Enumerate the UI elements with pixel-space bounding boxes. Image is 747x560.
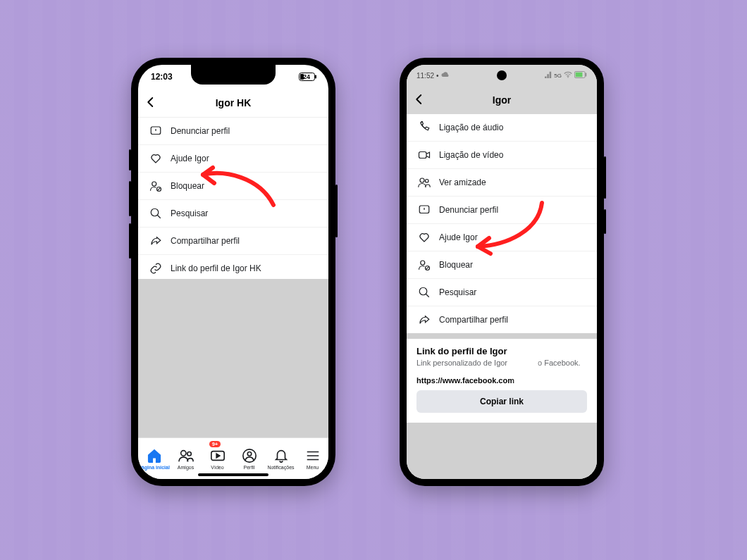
profile-menu-ios: Denunciar perfil Ajude Igor Bloquear Pes… bbox=[138, 118, 328, 282]
block-user-icon bbox=[149, 180, 162, 192]
menu-item-label: Ajude Igor bbox=[439, 232, 478, 242]
menu-item-share[interactable]: Compartilhar perfil bbox=[407, 306, 597, 333]
menu-item-video-call[interactable]: Ligação de vídeo bbox=[407, 142, 597, 169]
header-bar-ios: Igor HK bbox=[138, 89, 328, 118]
svg-point-8 bbox=[180, 450, 185, 455]
svg-point-21 bbox=[421, 261, 425, 265]
svg-point-12 bbox=[247, 452, 252, 456]
back-button[interactable] bbox=[138, 96, 163, 111]
wifi-icon bbox=[564, 71, 572, 80]
menu-item-search[interactable]: Pesquisar bbox=[407, 279, 597, 306]
menu-item-report[interactable]: Denunciar perfil bbox=[407, 197, 597, 224]
link-section-subtitle: Link personalizado de Igor o Facebook. bbox=[416, 358, 587, 368]
cloud-icon bbox=[441, 71, 450, 80]
status-time: 12:03 bbox=[151, 72, 173, 82]
menu-item-audio-call[interactable]: Ligação de áudio bbox=[407, 114, 597, 142]
copy-link-label: Copiar link bbox=[480, 397, 524, 406]
signal-icon bbox=[545, 71, 552, 80]
profile-icon bbox=[242, 448, 257, 463]
tab-label: Menu bbox=[307, 465, 319, 470]
screen-android: 11:52 • 5G Igor Ligação de áudio bbox=[407, 65, 597, 479]
video-icon bbox=[210, 448, 226, 463]
heart-icon bbox=[149, 152, 162, 165]
tab-friends[interactable]: Amigos bbox=[170, 438, 202, 479]
svg-point-5 bbox=[152, 182, 156, 186]
battery-icon: 24 bbox=[299, 73, 316, 81]
copy-link-button[interactable]: Copiar link bbox=[416, 390, 587, 413]
svg-point-9 bbox=[187, 452, 191, 456]
home-indicator bbox=[198, 473, 268, 476]
profile-menu-android: Ligação de áudio Ligação de vídeo Ver am… bbox=[407, 114, 597, 333]
tab-menu[interactable]: Menu bbox=[297, 438, 328, 479]
menu-item-help[interactable]: Ajude Igor bbox=[407, 224, 597, 251]
redacted-text bbox=[510, 360, 538, 367]
page-title: Igor bbox=[407, 94, 597, 106]
menu-item-block[interactable]: Bloquear bbox=[407, 251, 597, 279]
block-user-icon bbox=[418, 259, 431, 271]
status-dot-icon: • bbox=[436, 72, 439, 80]
back-button[interactable] bbox=[407, 93, 432, 108]
menu-item-label: Compartilhar perfil bbox=[439, 315, 508, 325]
menu-item-label: Ligação de áudio bbox=[439, 123, 503, 132]
svg-rect-17 bbox=[419, 152, 427, 158]
tab-label: Perfil bbox=[244, 465, 255, 470]
link-icon bbox=[149, 262, 162, 275]
badge: 9+ bbox=[209, 441, 221, 447]
profile-link-section: Link do perfil de Igor Link personalizad… bbox=[407, 339, 597, 423]
svg-point-19 bbox=[426, 180, 429, 183]
tab-label: Amigos bbox=[178, 465, 194, 470]
menu-item-friendship[interactable]: Ver amizade bbox=[407, 169, 597, 197]
tab-label: Vídeo bbox=[211, 465, 223, 470]
menu-item-label: Link do perfil de Igor HK bbox=[171, 263, 261, 273]
phone-icon bbox=[418, 121, 431, 134]
profile-url: https://www.facebook.com bbox=[416, 376, 587, 385]
svg-point-23 bbox=[419, 287, 427, 295]
menu-item-label: Bloquear bbox=[439, 260, 473, 270]
menu-item-search[interactable]: Pesquisar bbox=[138, 200, 328, 228]
menu-item-label: Pesquisar bbox=[171, 209, 208, 218]
menu-item-report[interactable]: Denunciar perfil bbox=[138, 118, 328, 145]
report-icon bbox=[149, 125, 162, 137]
report-icon bbox=[418, 204, 431, 216]
share-icon bbox=[149, 235, 162, 247]
menu-item-label: Ligação de vídeo bbox=[439, 150, 503, 160]
menu-item-label: Bloquear bbox=[171, 181, 204, 191]
menu-item-label: Denunciar perfil bbox=[439, 205, 498, 215]
screen-ios: 12:03 24 Igor HK Denunciar perfil bbox=[138, 65, 328, 479]
menu-item-help[interactable]: Ajude Igor bbox=[138, 145, 328, 173]
empty-area bbox=[138, 279, 328, 438]
redacted-text bbox=[514, 378, 550, 385]
search-icon bbox=[418, 286, 431, 299]
tab-home[interactable]: Página inicial bbox=[138, 438, 170, 479]
menu-item-share[interactable]: Compartilhar perfil bbox=[138, 228, 328, 255]
tab-label: Página inicial bbox=[138, 465, 170, 470]
network-label: 5G bbox=[554, 73, 562, 79]
svg-point-7 bbox=[151, 209, 159, 216]
svg-rect-15 bbox=[576, 73, 583, 77]
svg-point-13 bbox=[567, 77, 569, 78]
menu-item-label: Pesquisar bbox=[439, 287, 476, 297]
status-time: 11:52 bbox=[416, 72, 434, 80]
bell-icon bbox=[273, 448, 289, 463]
svg-point-18 bbox=[420, 178, 424, 182]
phone-frame-ios: 12:03 24 Igor HK Denunciar perfil bbox=[131, 58, 335, 486]
menu-item-label: Compartilhar perfil bbox=[171, 236, 240, 246]
menu-icon bbox=[305, 448, 321, 463]
page-title: Igor HK bbox=[138, 97, 328, 108]
link-section-title: Link do perfil de Igor bbox=[416, 346, 587, 356]
search-icon bbox=[149, 207, 162, 220]
camera-punch-hole bbox=[497, 70, 507, 80]
friends-icon bbox=[418, 176, 431, 189]
home-icon bbox=[147, 448, 162, 463]
tab-notifications[interactable]: Notificações bbox=[265, 438, 297, 479]
menu-item-block[interactable]: Bloquear bbox=[138, 173, 328, 200]
heart-icon bbox=[418, 231, 431, 244]
menu-item-label: Ver amizade bbox=[439, 178, 486, 187]
svg-rect-16 bbox=[586, 73, 587, 77]
background-pattern bbox=[0, 0, 747, 560]
phone-frame-android: 11:52 • 5G Igor Ligação de áudio bbox=[400, 58, 604, 486]
tab-label: Notificações bbox=[267, 465, 294, 470]
friends-icon bbox=[178, 448, 194, 463]
battery-icon bbox=[574, 71, 587, 80]
video-camera-icon bbox=[418, 149, 431, 161]
